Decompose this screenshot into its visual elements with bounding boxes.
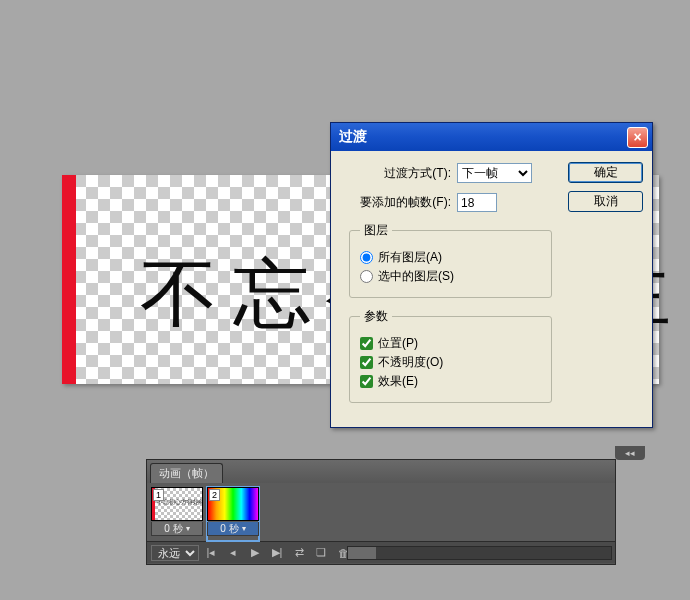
frame-count-input[interactable] [457, 193, 497, 212]
dialog-title: 过渡 [339, 128, 367, 146]
transition-method-label: 过渡方式(T): [341, 165, 451, 182]
animation-footer: 永远 |◂ ◂ ▶ ▶| ⇄ ❏ 🗑 [147, 541, 615, 563]
param-position-label: 位置(P) [378, 335, 418, 352]
frame-2-delay[interactable]: 0 秒▾ [207, 522, 259, 536]
transition-method-select[interactable]: 下一帧 [457, 163, 532, 183]
dialog-titlebar[interactable]: 过渡 × [331, 123, 652, 151]
frame-2[interactable]: 2 0 秒▾ [207, 487, 259, 541]
animation-scrollbar[interactable] [347, 546, 612, 560]
new-frame-button[interactable]: ❏ [311, 545, 331, 561]
frame-1-delay[interactable]: 0 秒▾ [151, 522, 203, 536]
param-position-row[interactable]: 位置(P) [360, 335, 541, 352]
param-opacity-checkbox[interactable] [360, 356, 373, 369]
layers-group: 图层 所有图层(A) 选中的图层(S) [349, 222, 552, 298]
frame-count-label: 要添加的帧数(F): [341, 194, 451, 211]
panel-flyout-button[interactable]: ◂◂ [615, 446, 645, 460]
param-effects-row[interactable]: 效果(E) [360, 373, 541, 390]
prev-frame-button[interactable]: ◂ [223, 545, 243, 561]
animation-scrollbar-thumb[interactable] [348, 547, 376, 559]
layers-selected-radio[interactable] [360, 270, 373, 283]
dialog-body: 确定 取消 过渡方式(T): 下一帧 要添加的帧数(F): 图层 所有图层(A)… [331, 151, 652, 427]
animation-tabs: 动画（帧） [147, 460, 615, 483]
param-effects-label: 效果(E) [378, 373, 418, 390]
frame-1-thumb[interactable]: 不忘初心方得始终 1 [151, 487, 203, 521]
frame-2-number: 2 [209, 489, 220, 501]
ok-button[interactable]: 确定 [568, 162, 643, 183]
frame-1[interactable]: 不忘初心方得始终 1 0 秒▾ [151, 487, 203, 541]
frame-strip: 不忘初心方得始终 1 0 秒▾ 2 0 秒▾ [147, 483, 615, 541]
cancel-button[interactable]: 取消 [568, 191, 643, 212]
layers-selected-radio-row[interactable]: 选中的图层(S) [360, 268, 541, 285]
layers-legend: 图层 [360, 222, 392, 239]
layers-selected-label: 选中的图层(S) [378, 268, 454, 285]
frame-1-number: 1 [153, 489, 164, 501]
layers-all-radio-row[interactable]: 所有图层(A) [360, 249, 541, 266]
param-opacity-label: 不透明度(O) [378, 354, 443, 371]
params-group: 参数 位置(P) 不透明度(O) 效果(E) [349, 308, 552, 403]
animation-panel: 动画（帧） 不忘初心方得始终 1 0 秒▾ 2 0 秒▾ 永远 [146, 459, 616, 565]
param-effects-checkbox[interactable] [360, 375, 373, 388]
dialog-close-button[interactable]: × [627, 127, 648, 148]
play-button[interactable]: ▶ [245, 545, 265, 561]
transition-dialog: 过渡 × 确定 取消 过渡方式(T): 下一帧 要添加的帧数(F): 图层 所有… [330, 122, 653, 428]
layers-all-radio[interactable] [360, 251, 373, 264]
next-frame-button[interactable]: ▶| [267, 545, 287, 561]
frame-2-thumb[interactable]: 2 [207, 487, 259, 521]
param-position-checkbox[interactable] [360, 337, 373, 350]
chevron-down-icon: ▾ [242, 524, 246, 533]
tween-button[interactable]: ⇄ [289, 545, 309, 561]
first-frame-button[interactable]: |◂ [201, 545, 221, 561]
close-icon: × [633, 129, 641, 145]
params-legend: 参数 [360, 308, 392, 325]
layers-all-label: 所有图层(A) [378, 249, 442, 266]
chevron-down-icon: ▾ [186, 524, 190, 533]
canvas-red-strip [62, 175, 76, 384]
param-opacity-row[interactable]: 不透明度(O) [360, 354, 541, 371]
loop-select[interactable]: 永远 [151, 545, 199, 561]
tab-animation-frames[interactable]: 动画（帧） [150, 463, 223, 483]
